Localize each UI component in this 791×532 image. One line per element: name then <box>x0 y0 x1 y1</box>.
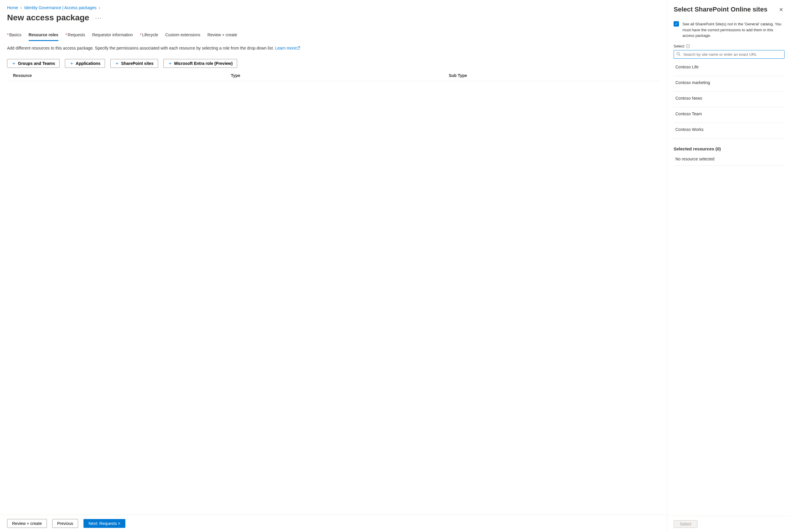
required-icon: * <box>65 33 67 37</box>
site-item[interactable]: Contoso Life <box>674 60 785 76</box>
add-applications-button[interactable]: ＋ Applications <box>65 59 105 68</box>
column-subtype: Sub Type <box>449 73 654 78</box>
breadcrumb-home[interactable]: Home <box>7 5 18 10</box>
site-item[interactable]: Contoso marketing <box>674 76 785 92</box>
plus-icon: ＋ <box>115 61 119 66</box>
tab-resource-roles[interactable]: Resource roles <box>29 31 58 41</box>
tab-label: Custom extensions <box>165 33 200 37</box>
external-link-icon <box>297 46 300 50</box>
panel-title: Select SharePoint Online sites <box>674 5 767 14</box>
review-create-button[interactable]: Review + create <box>7 519 47 528</box>
info-icon[interactable]: i <box>686 44 690 48</box>
add-sharepoint-sites-button[interactable]: ＋ SharePoint sites <box>110 59 158 68</box>
tab-review-create[interactable]: Review + create <box>207 31 237 41</box>
learn-more-link[interactable]: Learn more <box>275 46 300 51</box>
required-icon: * <box>140 33 141 37</box>
plus-icon: ＋ <box>168 61 172 66</box>
tab-label: Review + create <box>207 33 237 37</box>
tabs: *BasicsResource roles*RequestsRequestor … <box>7 31 660 41</box>
site-search-box[interactable] <box>674 50 785 59</box>
tab-custom-extensions[interactable]: Custom extensions <box>165 31 200 41</box>
chevron-right-icon: › <box>20 5 22 10</box>
checkbox-label: See all SharePoint Site(s) not in the 'G… <box>682 21 785 39</box>
see-all-sites-checkbox[interactable]: ✓ <box>674 21 679 26</box>
svg-line-1 <box>679 55 680 56</box>
resources-table-header: Resource Type Sub Type <box>7 70 660 81</box>
button-label: Microsoft Entra role (Preview) <box>174 61 233 66</box>
button-label: SharePoint sites <box>121 61 154 66</box>
wizard-footer: Review + create Previous Next: Requests … <box>0 515 667 532</box>
previous-button[interactable]: Previous <box>52 519 78 528</box>
svg-point-0 <box>677 52 679 55</box>
no-resource-text: No resource selected <box>674 155 785 166</box>
page-title: New access package <box>7 13 89 22</box>
tab-label: Requestor information <box>92 33 133 37</box>
site-item[interactable]: Contoso Works <box>674 123 785 139</box>
tab-description: Add different resources to this access p… <box>7 45 660 51</box>
plus-icon: ＋ <box>69 61 74 66</box>
select-label: Select <box>674 44 684 49</box>
chevron-right-icon: › <box>99 5 100 10</box>
close-icon[interactable]: ✕ <box>778 5 785 14</box>
tab-label: Basics <box>9 33 21 37</box>
tab-label: Resource roles <box>29 33 58 37</box>
tab-basics[interactable]: *Basics <box>7 31 21 41</box>
breadcrumb-governance[interactable]: Identity Governance | Access packages <box>24 5 96 10</box>
search-input[interactable] <box>683 52 782 57</box>
site-list: Contoso LifeContoso marketingContoso New… <box>674 60 785 139</box>
tab-label: Lifecycle <box>142 33 158 37</box>
select-sharepoint-panel: Select SharePoint Online sites ✕ ✓ See a… <box>667 0 791 532</box>
tab-lifecycle[interactable]: *Lifecycle <box>140 31 158 41</box>
add-groups-teams-button[interactable]: ＋ Groups and Teams <box>7 59 60 68</box>
add-entra-role-button[interactable]: ＋ Microsoft Entra role (Preview) <box>163 59 237 68</box>
next-button[interactable]: Next: Requests > <box>83 519 125 528</box>
selected-resources-header: Selected resources (0) <box>674 146 785 151</box>
button-label: Applications <box>76 61 100 66</box>
description-text: Add different resources to this access p… <box>7 46 274 51</box>
column-type: Type <box>231 73 449 78</box>
tab-requestor-information[interactable]: Requestor information <box>92 31 133 41</box>
more-actions-button[interactable]: ··· <box>94 13 103 22</box>
breadcrumb: Home › Identity Governance | Access pack… <box>7 5 660 10</box>
button-label: Groups and Teams <box>18 61 55 66</box>
required-icon: * <box>7 33 8 37</box>
select-button: Select <box>674 520 697 528</box>
plus-icon: ＋ <box>12 61 16 66</box>
search-icon <box>676 52 680 57</box>
site-item[interactable]: Contoso Team <box>674 107 785 123</box>
column-resource: Resource <box>13 73 231 78</box>
site-item[interactable]: Contoso News <box>674 92 785 107</box>
tab-label: Requests <box>68 33 85 37</box>
tab-requests[interactable]: *Requests <box>65 31 85 41</box>
